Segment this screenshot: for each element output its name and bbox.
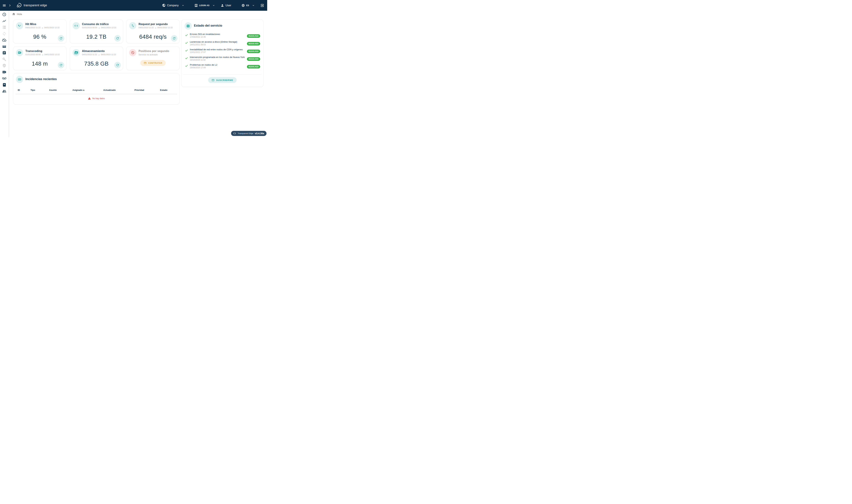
language-label: ES — [246, 4, 249, 7]
clipboard-icon[interactable] — [2, 51, 6, 55]
divider — [16, 94, 177, 94]
traffic-card: Consumo de tráfico 01/01/2023 00:00 → 04… — [70, 19, 123, 43]
divider — [183, 74, 261, 75]
incident-title: Intervención programada en los nodos de … — [190, 56, 245, 58]
ticket-icon[interactable] — [2, 44, 6, 49]
service-status-panel: Estado del servicio Errores 503 en inval… — [181, 19, 264, 87]
incident-title: Inestabilidad de red entre nodos de CDN … — [190, 48, 245, 51]
cloud-off-icon[interactable] — [2, 38, 6, 42]
service-not-active-label: Servicio no activado — [139, 54, 169, 56]
swap-vertical-icon — [129, 22, 136, 29]
chevron-down-icon — [252, 4, 255, 7]
refresh-button[interactable] — [58, 62, 64, 68]
left-sidebar — [0, 11, 8, 137]
card-date-range: 01/01/2023 00:00 → 04/01/2023 12:22 — [82, 26, 116, 29]
user-menu[interactable]: User — [221, 4, 231, 7]
card-date-range: 04/01/2023 11:22 → 04/01/2023 12:22 — [139, 26, 173, 29]
status-item: Intervención programada en los nodos de … — [185, 56, 260, 62]
card-title: Consumo de tráfico — [82, 22, 116, 26]
logout-icon[interactable] — [260, 4, 264, 7]
status-badge: RESOLVED — [247, 42, 260, 46]
company-menu[interactable]: Company — [162, 4, 184, 7]
home-icon — [12, 13, 15, 16]
positives-card: Positivos por segundo Servicio no activa… — [126, 46, 180, 70]
date-to: 04/01/2023 12:22 — [158, 26, 173, 29]
person-icon — [221, 4, 224, 7]
card-title: Almacenamiento — [82, 49, 116, 53]
date-from: 04/01/2023 11:22 — [139, 26, 154, 29]
recent-incidents-card: Incidencias recientes ID Tipo Asunto Asi… — [13, 73, 180, 105]
check-icon — [185, 57, 188, 60]
servers-icon — [2, 25, 6, 29]
company-label: Company — [167, 4, 179, 7]
ethernet-icon — [73, 22, 80, 29]
chevron-down-icon — [182, 4, 184, 7]
contratar-label: CONTRATAR — [148, 62, 162, 64]
date-from: 04/01/2023 11:22 — [82, 54, 97, 56]
column-header: Estado — [160, 89, 175, 91]
refresh-button[interactable] — [171, 35, 177, 41]
user-label: User — [225, 4, 231, 7]
arrow-right-icon: → — [155, 26, 157, 29]
breadcrumb[interactable]: Hola — [12, 13, 22, 16]
status-item: Lactencias en acceso a disco [Online Sto… — [185, 40, 260, 47]
card-title: Positivos por segundo — [139, 49, 169, 53]
column-header: Tipo — [31, 89, 49, 91]
book-icon[interactable] — [2, 83, 6, 87]
panel-title: Estado del servicio — [194, 22, 222, 28]
line-chart-icon[interactable] — [2, 19, 6, 23]
incident-date: 12/01/2021 17:07 — [190, 51, 245, 54]
incident-title: Problemas en nodos de L2 — [190, 64, 245, 66]
check-icon — [185, 34, 188, 37]
status-badge: RESOLVED — [247, 65, 260, 69]
status-item: Errores 503 en invalidaciones 17/03/2021… — [185, 33, 260, 39]
id-badge-icon — [195, 4, 198, 7]
status-badge: RESOLVED — [247, 34, 260, 38]
check-icon — [185, 49, 188, 52]
chevron-right-icon[interactable] — [8, 4, 11, 7]
column-header: Prioridad — [134, 89, 160, 91]
suscribirme-label: SUSCRIBIRME — [216, 79, 233, 82]
arrow-right-icon: → — [41, 53, 43, 56]
logo-mark-icon — [16, 2, 22, 8]
status-badge: RESOLVED — [247, 57, 260, 61]
card-title: Transcoding — [25, 49, 60, 53]
credit-card-icon — [144, 61, 147, 65]
column-header: Asunto — [49, 89, 72, 91]
section-title: Incidencias recientes — [25, 76, 57, 81]
calendar-icon — [184, 22, 192, 30]
refresh-button[interactable] — [114, 35, 121, 41]
card-date-range: 01/01/2023 00:00 → 04/01/2023 12:22 — [25, 53, 60, 56]
date-to: 04/01/2023 12:22 — [44, 26, 60, 29]
login-as-menu[interactable]: LOGIN AS — [195, 4, 215, 7]
language-globe-icon — [241, 4, 245, 7]
video-camera-icon[interactable] — [2, 70, 6, 74]
no-data-label: No hay datos — [92, 97, 105, 100]
language-menu[interactable]: ES — [241, 4, 255, 7]
shield-check-icon — [2, 64, 6, 68]
empty-state: No hay datos — [13, 97, 179, 100]
hamburger-menu-icon[interactable] — [2, 4, 6, 7]
refresh-button[interactable] — [58, 35, 64, 41]
refresh-button[interactable] — [114, 62, 121, 68]
card-date-range: 04/01/2023 11:22 → 04/01/2023 12:22 — [82, 53, 116, 56]
top-navbar: transparent edge Company LOGIN AS — [0, 0, 267, 11]
status-list: Errores 503 en invalidaciones 17/03/2021… — [185, 33, 260, 70]
storage-card: Almacenamiento 04/01/2023 11:22 → 04/01/… — [70, 46, 123, 70]
clock-icon[interactable] — [2, 13, 6, 17]
arrow-right-icon: → — [41, 26, 43, 29]
card-date-range: 04/01/2023 11:22 → 04/01/2023 12:22 — [25, 26, 59, 29]
requests-card: Request por segundo 04/01/2023 11:22 → 0… — [126, 19, 180, 43]
arrow-right-icon: → — [98, 53, 100, 56]
incident-date: 29/09/2020 17:44 — [190, 67, 245, 69]
date-from: 01/01/2023 00:00 — [82, 26, 97, 29]
footer-brand: Transparent Edge — [238, 132, 253, 134]
users-icon[interactable] — [2, 89, 6, 93]
column-header: ID — [18, 89, 31, 91]
arrow-right-icon: → — [98, 26, 100, 29]
contratar-button[interactable]: CONTRATAR — [140, 60, 166, 66]
logo-text: transparent edge — [24, 4, 47, 7]
suscribirme-button[interactable]: SUSCRIBIRME — [208, 77, 237, 83]
card-title: Hit Miss — [25, 22, 59, 26]
voicemail-icon[interactable] — [2, 76, 6, 80]
